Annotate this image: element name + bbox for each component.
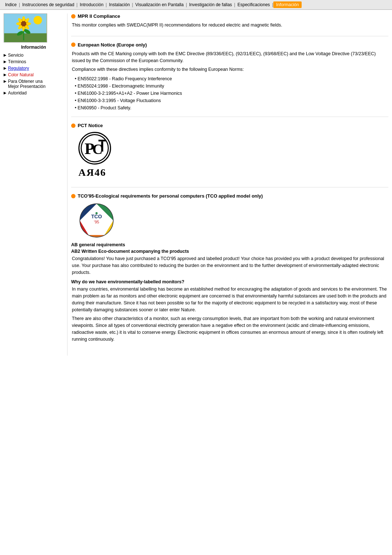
sidebar-link-regulatory[interactable]: Regulatory [8,66,29,71]
nav-visualizacion[interactable]: Visualización en Pantalla [133,1,186,8]
arrow-icon: ▶ [4,79,7,83]
sidebar-item-regulatory[interactable]: ▶ Regulatory [4,66,64,71]
svg-point-6 [22,16,25,21]
content-area: MPR II Compliance This monitor complies … [67,13,388,356]
sidebar-item-mejor-presentacion[interactable]: ▶ Para Obtener unaMejor Presentación [4,79,64,89]
top-navigation: Indice | Instrucciones de seguridad | In… [0,0,392,10]
nav-indice[interactable]: Indice [3,1,19,8]
sidebar-link-servicio[interactable]: Servicio [8,53,24,58]
arrow-icon: ▶ [4,53,7,57]
svg-point-8 [26,22,31,25]
section-mpr: MPR II Compliance This monitor complies … [71,13,388,36]
section-european: European Notice (Europe only) Products w… [71,42,388,117]
arrow-icon: ▶ [4,60,7,64]
arrow-icon: ▶ [4,91,7,95]
sidebar-link-terminos[interactable]: Términos [8,59,26,64]
svg-point-25 [95,212,98,214]
sidebar-link-autoridad[interactable]: Autoridad [8,90,26,96]
sidebar-title: Información [4,45,64,50]
ab-text: Congratulations! You have just purchased… [72,255,388,276]
sidebar: Información ▶ Servicio ▶ Términos ▶ Regu… [4,13,67,356]
svg-rect-19 [98,140,106,142]
sidebar-item-terminos[interactable]: ▶ Términos [4,59,64,64]
ab-general-title: AB general requirements [71,242,388,247]
bullet-icon [71,14,75,19]
why-text-2: There are also other characteristics of … [72,315,388,343]
sidebar-link-color-natural[interactable]: Color Natural [8,72,34,77]
sidebar-item-autoridad[interactable]: ▶ Autoridad [4,90,64,96]
main-container: Información ▶ Servicio ▶ Términos ▶ Regu… [0,10,392,359]
sidebar-image [4,13,47,42]
list-item: EN60950 - Product Safety. [75,104,388,112]
sidebar-item-servicio[interactable]: ▶ Servicio [4,53,64,58]
why-title: Why do we have environmentally-labelled … [71,279,388,284]
nav-introduccion[interactable]: Introducción [78,1,106,8]
section-pct: PCT Notice P C АЯ46 [71,123,388,187]
section-mpr-title: MPR II Compliance [71,13,388,19]
bullet-icon [71,42,75,47]
ab-subtitle: AB2 Written Eco-document acompanying the… [71,249,388,254]
svg-text:C: C [92,141,102,157]
european-list: EN55022:1998 - Radio Frequency Interfere… [75,75,388,112]
mpr-text: This monitor complies with SWEDAC(MPR II… [72,22,388,29]
arrow-icon: ▶ [4,73,7,77]
nav-seguridad[interactable]: Instrucciones de seguridad [20,1,76,8]
tco-badge: TCO '95 [78,202,115,239]
european-text-2: Compliance with these directives implies… [72,66,388,73]
pct-text: АЯ46 [78,167,106,178]
svg-text:'95: '95 [94,220,99,224]
section-tco-title: TCO'95-Ecological requirements for perso… [71,193,388,199]
sidebar-menu: ▶ Servicio ▶ Términos ▶ Regulatory ▶ Col… [4,53,64,96]
svg-rect-20 [101,141,103,151]
section-pct-title: PCT Notice [71,123,388,128]
nav-informacion[interactable]: Información [273,1,302,8]
svg-rect-1 [4,33,47,42]
section-european-title: European Notice (Europe only) [71,42,388,48]
list-item: EN61000-3-2:1995+A1+A2 - Power Line Harm… [75,90,388,97]
list-item: EN55022:1998 - Radio Frequency Interfere… [75,75,388,82]
svg-point-2 [33,16,42,24]
svg-text:TCO: TCO [91,214,102,219]
nav-investigacion[interactable]: Investigación de fallas [187,1,234,8]
sidebar-item-color-natural[interactable]: ▶ Color Natural [4,72,64,77]
list-item: EN55024:1998 - Electromagnetic Immunity [75,82,388,90]
arrow-icon: ▶ [4,66,7,70]
sidebar-link-mejor-presentacion[interactable]: Para Obtener unaMejor Presentación [8,79,45,89]
bullet-icon [71,194,75,198]
pct-logo: P C АЯ46 [78,132,388,178]
list-item: EN61000-3-3:1995 - Voltage Fluctuations [75,97,388,104]
bullet-icon [71,123,75,128]
european-text-1: Products with the CE Marking comply with… [72,50,388,64]
section-tco: TCO'95-Ecological requirements for perso… [71,193,388,350]
nav-instalacion[interactable]: Instalación [107,1,132,8]
nav-especificaciones[interactable]: Especificaciones [235,1,272,8]
svg-point-12 [16,22,21,25]
why-text-1: In many countries, environmental labelli… [72,286,388,313]
pct-circle: P C [78,132,111,165]
